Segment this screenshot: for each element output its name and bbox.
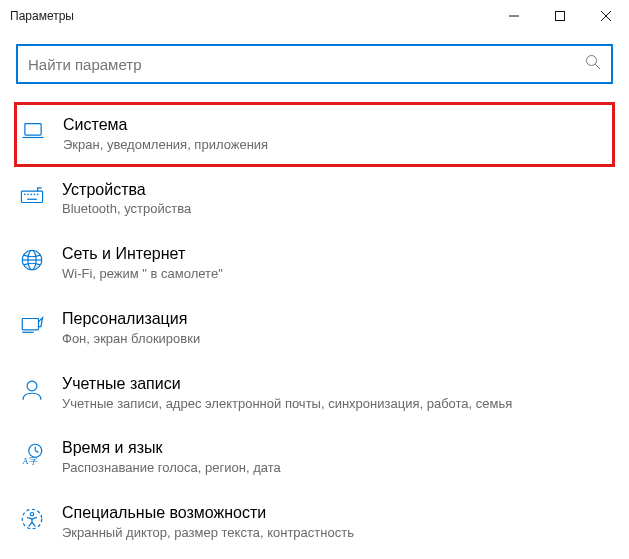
laptop-icon — [19, 117, 47, 145]
maximize-button[interactable] — [537, 0, 583, 32]
category-title: Система — [63, 115, 268, 136]
categories-list: Система Экран, уведомления, приложения — [16, 102, 613, 555]
search-input[interactable] — [28, 56, 585, 73]
time-language-icon: A字 — [18, 440, 46, 468]
svg-line-23 — [35, 451, 38, 453]
globe-icon — [18, 246, 46, 274]
svg-rect-1 — [556, 12, 565, 21]
titlebar: Параметры — [0, 0, 629, 32]
category-desc: Учетные записи, адрес электронной почты,… — [62, 396, 512, 413]
svg-text:A字: A字 — [22, 456, 37, 466]
category-devices[interactable]: Устройства Bluetooth, устройства — [16, 167, 613, 232]
category-desc: Wi-Fi, режим " в самолете" — [62, 266, 223, 283]
category-desc: Экранный диктор, размер текста, контраст… — [62, 525, 354, 542]
svg-point-4 — [587, 56, 597, 66]
category-title: Сеть и Интернет — [62, 244, 223, 265]
category-network[interactable]: Сеть и Интернет Wi-Fi, режим " в самолет… — [16, 231, 613, 296]
window-title: Параметры — [10, 9, 74, 23]
svg-line-27 — [29, 522, 32, 526]
category-desc: Bluetooth, устройства — [62, 201, 191, 218]
svg-rect-18 — [22, 319, 38, 330]
category-title: Персонализация — [62, 309, 200, 330]
ease-of-access-icon — [18, 505, 46, 533]
keyboard-icon — [18, 182, 46, 210]
paintbrush-icon — [18, 311, 46, 339]
category-desc: Экран, уведомления, приложения — [63, 137, 268, 154]
svg-rect-6 — [25, 124, 41, 135]
category-title: Устройства — [62, 180, 191, 201]
category-desc: Распознавание голоса, регион, дата — [62, 460, 281, 477]
svg-rect-8 — [21, 191, 42, 202]
close-button[interactable] — [583, 0, 629, 32]
search-icon — [585, 54, 601, 74]
svg-point-29 — [30, 513, 33, 516]
category-system[interactable]: Система Экран, уведомления, приложения — [14, 102, 615, 167]
category-title: Время и язык — [62, 438, 281, 459]
svg-point-20 — [27, 381, 37, 391]
category-personalization[interactable]: Персонализация Фон, экран блокировки — [16, 296, 613, 361]
search-box[interactable] — [16, 44, 613, 84]
category-time-language[interactable]: A字 Время и язык Распознавание голоса, ре… — [16, 425, 613, 490]
category-title: Учетные записи — [62, 374, 512, 395]
svg-line-5 — [595, 64, 600, 69]
person-icon — [18, 376, 46, 404]
category-title: Специальные возможности — [62, 503, 354, 524]
svg-line-28 — [32, 522, 35, 526]
category-ease-of-access[interactable]: Специальные возможности Экранный диктор,… — [16, 490, 613, 555]
category-desc: Фон, экран блокировки — [62, 331, 200, 348]
category-accounts[interactable]: Учетные записи Учетные записи, адрес эле… — [16, 361, 613, 426]
minimize-button[interactable] — [491, 0, 537, 32]
